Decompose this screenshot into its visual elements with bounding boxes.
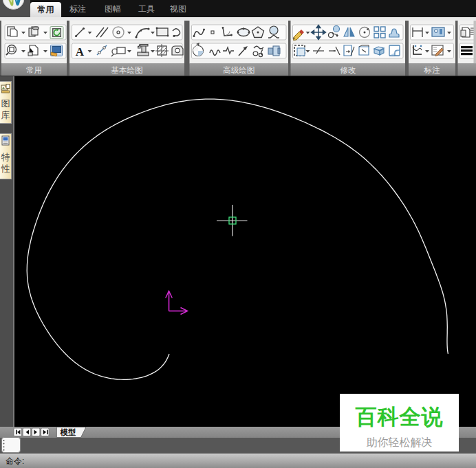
svg-text:模型: 模型 [60,428,77,436]
